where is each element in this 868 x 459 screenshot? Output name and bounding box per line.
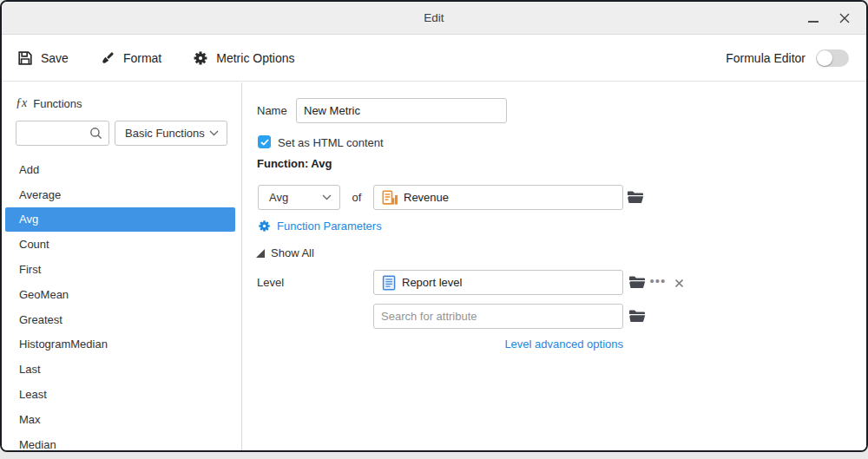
function-category-value: Basic Functions [125,127,209,140]
attribute-search-box [373,304,623,329]
parameters-gear-icon [258,220,271,233]
minimize-button[interactable] [799,2,828,35]
name-label: Name [257,104,287,117]
formula-editor-toggle[interactable] [816,49,849,67]
function-heading: Function: Avg [257,157,332,170]
function-dropdown-value: Avg [269,191,322,204]
function-item[interactable]: Add [5,157,235,182]
function-item[interactable]: Least [5,382,235,407]
function-search-box [16,121,109,146]
function-item-label: GeoMean [19,288,69,301]
of-label: of [346,191,367,204]
metric-object-icon [382,190,398,206]
fx-icon: ƒx [16,96,27,110]
function-list: Add Average Avg Count First GeoMean Grea… [2,157,240,452]
format-brush-icon [100,50,115,66]
html-content-label: Set as HTML content [278,136,384,149]
folder-icon [628,275,646,289]
functions-header: ƒx Functions [16,96,82,110]
function-item[interactable]: GeoMean [5,282,235,307]
function-item[interactable]: Greatest [5,307,235,332]
browse-argument-button[interactable] [625,187,646,207]
metric-name-box [296,98,507,123]
browse-level-button[interactable] [627,272,648,292]
formula-editor-label: Formula Editor [726,51,806,65]
save-label: Save [41,51,69,65]
chevron-down-icon [322,194,332,200]
close-button[interactable] [830,2,859,35]
function-item-label: Median [19,438,56,451]
function-item-label: Avg [19,213,38,226]
browse-attribute-button[interactable] [627,305,648,326]
function-item[interactable]: HistogramMedian [5,332,235,357]
function-item[interactable]: Last [5,357,235,382]
function-item-label: Count [19,238,49,251]
chevron-down-icon [209,130,219,136]
functions-header-label: Functions [33,97,82,110]
dialog-title: Edit [424,11,444,24]
check-icon [260,139,269,146]
title-bar: Edit [2,2,866,35]
function-item-label: Least [19,388,47,401]
minimize-icon [808,21,819,23]
level-target-box[interactable]: Report level [373,270,623,295]
save-icon [17,50,33,66]
function-item-label: Last [19,363,41,376]
level-target-value: Report level [402,276,462,289]
level-more-button[interactable]: ••• [648,272,667,292]
toolbar: Save Format Metric O [2,36,866,82]
attribute-search-input[interactable] [374,310,622,323]
metric-options-label: Metric Options [216,51,294,65]
level-advanced-options-link[interactable]: Level advanced options [373,338,623,351]
metric-editor-panel: Name Set as HTML content Function: Avg A… [242,82,866,450]
expander-triangle-icon [256,249,265,258]
function-category-dropdown[interactable]: Basic Functions [115,121,227,146]
remove-level-button[interactable] [671,275,687,291]
function-item[interactable]: Median [5,432,235,452]
format-label: Format [123,51,161,65]
close-icon [838,12,851,24]
save-button[interactable]: Save [17,50,69,66]
metric-name-input[interactable] [297,104,506,117]
function-item[interactable]: Max [5,407,235,432]
show-all-toggle[interactable]: Show All [256,246,314,259]
folder-icon [627,190,644,204]
report-level-icon [382,275,397,291]
function-item-label: Add [19,163,39,176]
html-content-checkbox[interactable] [258,135,271,148]
search-icon [89,127,102,140]
function-search-input[interactable] [16,127,89,140]
function-item-label: Max [19,413,41,426]
folder-icon [628,309,646,323]
format-button[interactable]: Format [100,50,161,66]
function-item[interactable]: Avg [5,207,235,233]
show-all-label: Show All [271,246,314,259]
metric-options-button[interactable]: Metric Options [193,50,294,66]
function-item-label: Average [19,188,61,201]
function-dropdown[interactable]: Avg [258,185,340,210]
toggle-knob [817,50,832,66]
function-item-label: Greatest [19,313,62,326]
function-parameters-link[interactable]: Function Parameters [258,220,382,233]
x-icon [674,279,684,288]
function-item[interactable]: Count [5,232,235,257]
level-label: Level [257,276,284,289]
function-item-label: HistogramMedian [19,338,108,351]
function-parameters-label: Function Parameters [277,220,382,233]
function-item-label: First [19,263,41,276]
functions-sidebar: ƒx Functions Basic Functions Add Average… [2,82,242,450]
edit-dialog: Edit Save Format [0,0,868,452]
function-argument-box[interactable]: Revenue [373,185,623,210]
function-argument-value: Revenue [404,191,449,204]
function-item[interactable]: Average [5,182,235,207]
gear-icon [193,50,208,66]
function-item[interactable]: First [5,257,235,282]
